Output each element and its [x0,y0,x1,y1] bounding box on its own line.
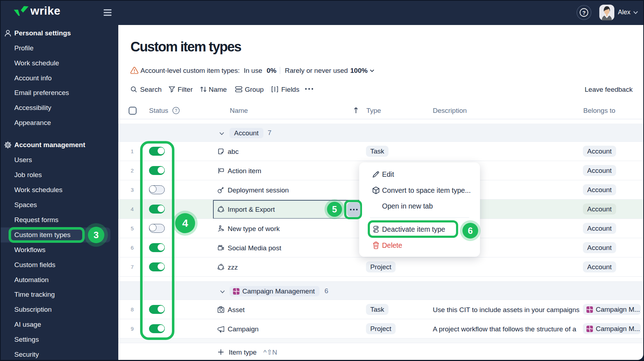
svg-text:?: ? [175,108,177,113]
svg-text:?: ? [582,10,585,16]
